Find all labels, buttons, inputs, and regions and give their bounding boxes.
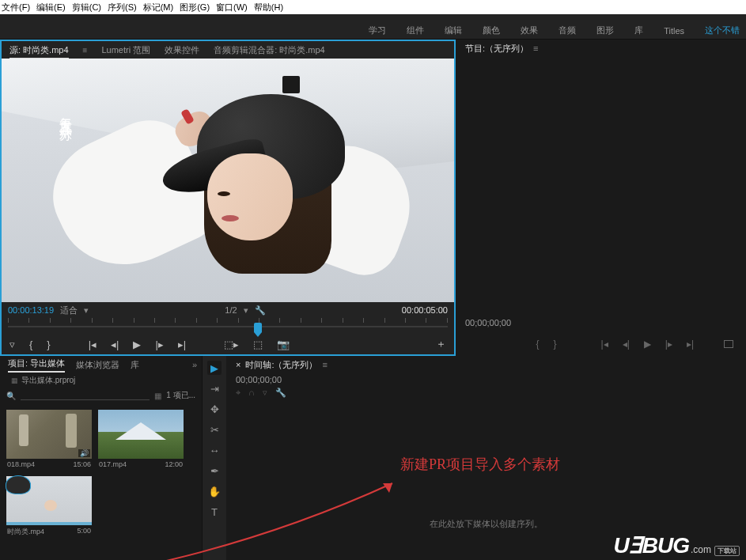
- in-timecode[interactable]: 00:00:13:19: [8, 305, 54, 315]
- prog-mark-out-icon[interactable]: }: [553, 339, 556, 350]
- clip-name: 018.mp4: [7, 460, 35, 468]
- ripple-edit-tool-icon[interactable]: ✥: [207, 402, 222, 416]
- timeline-collapse-icon[interactable]: ×: [236, 360, 240, 369]
- export-frame-icon[interactable]: 📷: [277, 339, 290, 350]
- tab-project[interactable]: 项目: 导出媒体: [8, 358, 65, 373]
- tab-source[interactable]: 源: 时尚类.mp4: [9, 44, 69, 56]
- panel-menu-icon[interactable]: ≡: [83, 46, 88, 55]
- play-icon[interactable]: ▶: [133, 339, 141, 350]
- tab-audio-clip-mixer[interactable]: 音频剪辑混合器: 时尚类.mp4: [214, 44, 325, 56]
- prog-step-fwd-icon[interactable]: |▸: [665, 339, 672, 350]
- timeline-menu-icon[interactable]: ≡: [323, 360, 328, 369]
- timeline-timecode[interactable]: 00;00;00;00: [226, 373, 746, 386]
- clip-name: 时尚类.mp4: [7, 527, 44, 537]
- zoom-dropdown-icon[interactable]: ▾: [84, 305, 89, 316]
- pen-tool-icon[interactable]: ✒: [207, 464, 222, 478]
- add-button-icon[interactable]: ＋: [436, 337, 446, 351]
- video-overlay-text: 每天九点二十八分: [59, 108, 74, 120]
- prog-play-icon[interactable]: ▶: [644, 339, 651, 350]
- workspace-editing[interactable]: 编辑: [445, 25, 462, 36]
- program-monitor-panel: 节目:（无序列） ≡ 00;00;00;00 { } |◂ ◂| ▶ |▸ ▸|: [456, 40, 746, 356]
- audio-icon: 🔊: [78, 449, 90, 457]
- workspace-assembly[interactable]: 组件: [407, 25, 424, 36]
- workspace-library[interactable]: 库: [634, 25, 643, 36]
- tab-effect-controls[interactable]: 效果控件: [165, 44, 199, 56]
- razor-tool-icon[interactable]: ✂: [207, 422, 222, 437]
- timeline-settings-icon[interactable]: 🔧: [275, 388, 286, 398]
- overwrite-icon[interactable]: ⬚: [253, 339, 263, 350]
- workspace-custom[interactable]: 这个不错: [705, 25, 740, 36]
- program-title: 节目:（无序列）: [465, 43, 528, 55]
- clip-item[interactable]: 时尚类.mp45:00: [6, 476, 92, 539]
- source-transport: ▿ { } |◂ ◂| ▶ |▸ ▸| ⬚▸ ⬚ 📷 ＋: [2, 334, 454, 354]
- step-forward-icon[interactable]: |▸: [155, 339, 163, 350]
- menu-help[interactable]: 帮助(H): [254, 2, 283, 13]
- playhead-icon[interactable]: [254, 323, 262, 332]
- source-scrubber[interactable]: [2, 318, 454, 334]
- item-count-label: 1 项已...: [166, 390, 195, 401]
- menu-window[interactable]: 窗口(W): [216, 2, 248, 13]
- program-menu-icon[interactable]: ≡: [533, 44, 538, 53]
- filter-icon[interactable]: ▦: [154, 392, 161, 400]
- clip-item[interactable]: 017.mp412:00: [98, 410, 184, 470]
- workspace-learn[interactable]: 学习: [369, 25, 386, 36]
- workspace-audio[interactable]: 音频: [559, 25, 576, 36]
- zoom-fit[interactable]: 适合: [60, 305, 78, 316]
- marker-tool-icon[interactable]: ▿: [263, 388, 267, 398]
- linked-selection-icon[interactable]: ∩: [248, 388, 255, 398]
- tab-lumetri-scopes[interactable]: Lumetri 范围: [101, 44, 150, 56]
- mark-out-icon[interactable]: }: [47, 339, 50, 350]
- step-back-icon[interactable]: ◂|: [111, 339, 119, 350]
- playback-resolution[interactable]: 1/2: [225, 305, 237, 315]
- menu-file[interactable]: 文件(F): [2, 2, 30, 13]
- workspace-tabs: 学习 组件 编辑 颜色 效果 音频 图形 库 Titles 这个不错: [0, 22, 746, 40]
- timeline-empty-hint: 在此处放下媒体以创建序列。: [430, 518, 543, 530]
- go-to-out-icon[interactable]: ▸|: [178, 339, 186, 350]
- program-timecode[interactable]: 00;00;00;00: [456, 313, 746, 332]
- program-transport: { } |◂ ◂| ▶ |▸ ▸|: [456, 332, 746, 356]
- menu-clip[interactable]: 剪辑(C): [72, 2, 101, 13]
- workspace-color[interactable]: 颜色: [483, 25, 500, 36]
- slip-tool-icon[interactable]: ↔: [207, 443, 222, 457]
- prog-go-out-icon[interactable]: ▸|: [687, 339, 694, 350]
- track-select-tool-icon[interactable]: ⇥: [207, 381, 222, 395]
- video-frame: 每天九点二十八分: [2, 59, 454, 302]
- workspace-graphics[interactable]: 图形: [596, 25, 614, 36]
- workspace-effects[interactable]: 效果: [521, 25, 538, 36]
- selection-tool-icon[interactable]: ▶: [207, 361, 222, 375]
- prog-safe-margins-icon[interactable]: [724, 340, 733, 348]
- clip-thumbnail[interactable]: 🔊: [6, 410, 92, 459]
- insert-icon[interactable]: ⬚▸: [224, 339, 239, 350]
- tab-libraries[interactable]: 库: [131, 359, 139, 371]
- tab-media-browser[interactable]: 媒体浏览器: [76, 359, 119, 371]
- tab-overflow-icon[interactable]: »: [192, 360, 195, 369]
- search-input[interactable]: [21, 391, 150, 400]
- out-timecode[interactable]: 00:00:05:00: [402, 305, 448, 315]
- menu-edit[interactable]: 编辑(E): [36, 2, 66, 13]
- mark-in-icon[interactable]: {: [29, 339, 32, 350]
- program-viewer[interactable]: [456, 57, 746, 313]
- add-marker-icon[interactable]: ▿: [9, 339, 15, 350]
- prog-go-in-icon[interactable]: |◂: [601, 339, 608, 350]
- clip-thumbnail[interactable]: [6, 476, 92, 525]
- clip-duration: 5:00: [77, 527, 91, 537]
- watermark-dotcom: .com: [691, 544, 711, 555]
- snap-icon[interactable]: ⌖: [236, 388, 240, 398]
- prog-step-back-icon[interactable]: ◂|: [623, 339, 630, 350]
- source-viewer[interactable]: 每天九点二十八分: [2, 59, 454, 302]
- menu-markers[interactable]: 标记(M): [143, 2, 174, 13]
- search-icon[interactable]: 🔍: [6, 392, 16, 400]
- timeline-body[interactable]: 新建PR项目导入多个素材 在此处放下媒体以创建序列。: [226, 399, 746, 542]
- clip-thumbnail[interactable]: [98, 410, 184, 459]
- project-search-row: 🔍 ▦ 1 项已...: [0, 388, 202, 403]
- clip-item[interactable]: 🔊 018.mp415:06: [6, 410, 92, 470]
- menu-sequence[interactable]: 序列(S): [108, 2, 137, 13]
- workspace-titles[interactable]: Titles: [664, 26, 684, 36]
- clip-duration: 12:00: [165, 460, 183, 468]
- project-tabs: 项目: 导出媒体 媒体浏览器 库 »: [0, 356, 202, 373]
- go-to-in-icon[interactable]: |◂: [89, 339, 97, 350]
- settings-wrench-icon[interactable]: 🔧: [255, 305, 266, 316]
- menu-graphics[interactable]: 图形(G): [180, 2, 210, 13]
- res-dropdown-icon[interactable]: ▾: [244, 305, 248, 316]
- prog-mark-in-icon[interactable]: {: [536, 339, 539, 350]
